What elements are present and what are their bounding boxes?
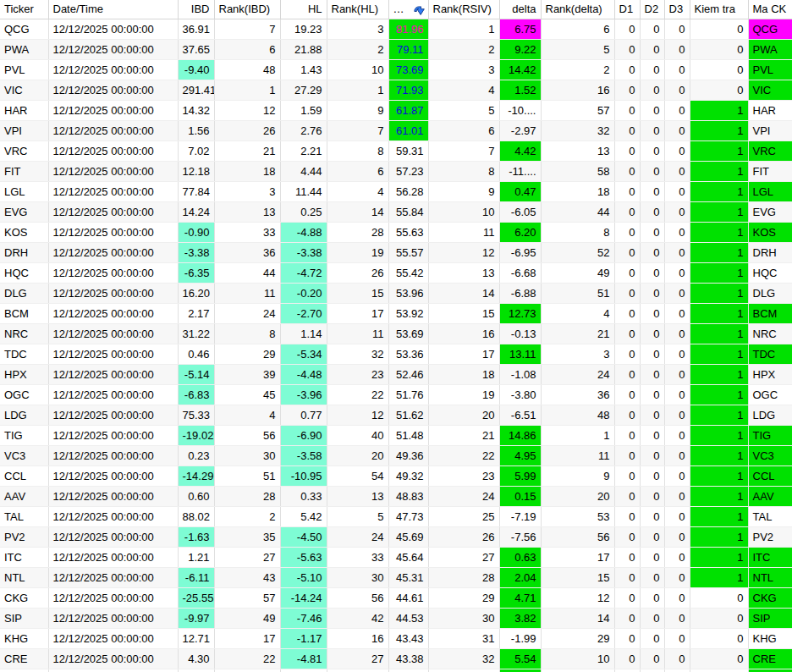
ibd-cell: 75.33 <box>178 405 214 425</box>
exploration-table: TickerDate/TimeIBDRank(IBD)HLRank(HL)…Ra… <box>0 0 792 672</box>
column-header-mack[interactable]: Ma CK <box>748 0 792 19</box>
rank_delta-cell: 13 <box>541 140 614 161</box>
table-row-HPX[interactable]: HPX12/12/2025 00:00:00-5.1439-4.482352.4… <box>0 364 792 384</box>
column-header-ticker[interactable]: Ticker <box>0 0 48 19</box>
datetime-cell: 12/12/2025 00:00:00 <box>48 405 178 425</box>
rank_hl-cell: 28 <box>327 222 388 242</box>
table-row-KOS[interactable]: KOS12/12/2025 00:00:00-0.9033-4.882855.6… <box>0 222 792 242</box>
rank_rsiv-cell: 15 <box>428 303 499 323</box>
table-row-EVG[interactable]: EVG12/12/2025 00:00:0014.24130.251455.84… <box>0 201 792 222</box>
d2-cell <box>640 669 664 672</box>
column-header-hl[interactable]: HL <box>280 0 327 19</box>
rank_ibd-cell: 22 <box>214 648 280 669</box>
delta-cell: 5.99 <box>499 465 541 486</box>
column-header-datetime[interactable]: Date/Time <box>48 0 178 19</box>
d3-cell: 0 <box>664 201 690 222</box>
d3-cell: 0 <box>664 567 690 587</box>
rank_hl-cell: 1 <box>327 80 388 100</box>
column-header-rank_hl[interactable]: Rank(HL) <box>327 0 388 19</box>
ticker-cell: FIT <box>0 161 48 181</box>
rank_hl-cell: 23 <box>327 364 388 384</box>
table-row-TIG[interactable]: TIG12/12/2025 00:00:00-19.0256-6.904051.… <box>0 425 792 445</box>
table-header: TickerDate/TimeIBDRank(IBD)HLRank(HL)…Ra… <box>0 0 792 19</box>
table-row-OGC[interactable]: OGC12/12/2025 00:00:00-6.8345-3.962251.7… <box>0 384 792 405</box>
table-row-PV2[interactable]: PV212/12/2025 00:00:00-1.6335-4.502445.6… <box>0 526 792 547</box>
d3-cell: 0 <box>664 445 690 465</box>
table-row-VPI[interactable]: VPI12/12/2025 00:00:001.56262.76761.016-… <box>0 120 792 140</box>
table-row-VC3[interactable]: VC312/12/2025 00:00:000.2330-3.582049.36… <box>0 445 792 465</box>
rank_ibd-cell: 44 <box>214 262 280 283</box>
column-header-rsiv[interactable]: … <box>388 0 428 19</box>
table-row-LGL[interactable]: LGL12/12/2025 00:00:0077.84311.44456.289… <box>0 181 792 201</box>
ticker-cell: LDG <box>0 405 48 425</box>
column-header-d2[interactable]: D2 <box>640 0 664 19</box>
d1-cell: 0 <box>614 201 640 222</box>
d3-cell: 0 <box>664 648 690 669</box>
table-row-TDC[interactable]: TDC12/12/2025 00:00:000.4629-5.343253.36… <box>0 344 792 364</box>
column-header-d1[interactable]: D1 <box>614 0 640 19</box>
mack-cell: OGC <box>748 384 792 405</box>
table-row-NTL[interactable]: NTL12/12/2025 00:00:00-6.1143-5.103045.3… <box>0 567 792 587</box>
d3-cell: 0 <box>664 465 690 486</box>
ibd-cell: -1.63 <box>178 526 214 547</box>
datetime-cell: 12/12/2025 00:00:00 <box>48 303 178 323</box>
hl-cell: -10.95 <box>280 465 327 486</box>
table-row-DRH[interactable]: DRH12/12/2025 00:00:00-3.3836-3.381955.5… <box>0 242 792 262</box>
table-row-CCL[interactable]: CCL12/12/2025 00:00:00-14.2951-10.955449… <box>0 465 792 486</box>
table-row-KHG[interactable]: KHG12/12/2025 00:00:0012.7117-1.171643.4… <box>0 628 792 648</box>
rank_ibd-cell: 30 <box>214 445 280 465</box>
d1-cell: 0 <box>614 547 640 567</box>
table-row-PWA[interactable]: PWA12/12/2025 00:00:0037.65621.88279.112… <box>0 39 792 59</box>
table-row-VRC[interactable]: VRC12/12/2025 00:00:007.02212.21859.3174… <box>0 140 792 161</box>
ibd-cell <box>178 669 214 672</box>
d2-cell: 0 <box>640 19 664 39</box>
ibd-cell: 0.60 <box>178 486 214 506</box>
hl-cell: 27.29 <box>280 80 327 100</box>
table-row-HQC[interactable]: HQC12/12/2025 00:00:00-6.3544-4.722655.4… <box>0 262 792 283</box>
column-header-rank_rsiv[interactable]: Rank(RSIV) <box>428 0 499 19</box>
hl-cell: 2.21 <box>280 140 327 161</box>
rsiv-cell: 55.63 <box>388 222 428 242</box>
rank_ibd-cell: 2 <box>214 506 280 526</box>
table-row-QCG[interactable]: QCG12/12/2025 00:00:0036.91719.23381.961… <box>0 19 792 39</box>
delta-cell: 4.42 <box>499 140 541 161</box>
table-row-PVL[interactable]: PVL12/12/2025 00:00:00-9.40481.431073.69… <box>0 59 792 80</box>
d3-cell: 0 <box>664 628 690 648</box>
d3-cell: 0 <box>664 262 690 283</box>
rank_delta-cell: 11 <box>541 445 614 465</box>
column-header-rank_ibd[interactable]: Rank(IBD) <box>214 0 280 19</box>
rsiv-cell: 55.57 <box>388 242 428 262</box>
table-row-BCM[interactable]: BCM12/12/2025 00:00:002.1724-2.701753.92… <box>0 303 792 323</box>
column-header-kiem_tra[interactable]: Kiem tra <box>690 0 748 19</box>
column-header-delta[interactable]: delta <box>499 0 541 19</box>
rsiv-cell: 55.84 <box>388 201 428 222</box>
column-header-rank_delta[interactable]: Rank(delta) <box>541 0 614 19</box>
table-row-CRE[interactable]: CRE12/12/2025 00:00:004.3022-4.812743.38… <box>0 648 792 669</box>
column-header-d3[interactable]: D3 <box>664 0 690 19</box>
table-row-ITC[interactable]: ITC12/12/2025 00:00:001.2127-5.633345.64… <box>0 547 792 567</box>
table-row-FIT[interactable]: FIT12/12/2025 00:00:0012.18184.44657.238… <box>0 161 792 181</box>
table-row-VIC[interactable]: VIC12/12/2025 00:00:00291.41127.29171.93… <box>0 80 792 100</box>
table-row-NRC[interactable]: NRC12/12/2025 00:00:0031.2281.141153.691… <box>0 323 792 344</box>
rank_ibd-cell: 49 <box>214 608 280 628</box>
datetime-cell: 12/12/2025 00:00:00 <box>48 567 178 587</box>
column-header-ibd[interactable]: IBD <box>178 0 214 19</box>
kiem_tra-cell: 1 <box>690 161 748 181</box>
delta-cell: 6.20 <box>499 222 541 242</box>
d1-cell: 0 <box>614 19 640 39</box>
d2-cell: 0 <box>640 486 664 506</box>
rsiv-cell: 61.87 <box>388 100 428 120</box>
partial-table-row[interactable] <box>0 669 792 672</box>
table-row-CKG[interactable]: CKG12/12/2025 00:00:00-25.5557-14.245644… <box>0 587 792 608</box>
d2-cell: 0 <box>640 140 664 161</box>
table-row-SIP[interactable]: SIP12/12/2025 00:00:00-9.9749-7.464244.5… <box>0 608 792 628</box>
kiem_tra-cell: 0 <box>690 587 748 608</box>
table-row-DLG[interactable]: DLG12/12/2025 00:00:0016.2011-0.201553.9… <box>0 283 792 303</box>
table-row-HAR[interactable]: HAR12/12/2025 00:00:0014.32121.59961.875… <box>0 100 792 120</box>
table-row-LDG[interactable]: LDG12/12/2025 00:00:0075.3340.771251.622… <box>0 405 792 425</box>
table-row-AAV[interactable]: AAV12/12/2025 00:00:000.60280.331348.832… <box>0 486 792 506</box>
rank_ibd-cell: 36 <box>214 242 280 262</box>
rank_hl-cell: 5 <box>327 506 388 526</box>
rsiv-cell: 59.31 <box>388 140 428 161</box>
table-row-TAL[interactable]: TAL12/12/2025 00:00:0088.0225.42547.7325… <box>0 506 792 526</box>
